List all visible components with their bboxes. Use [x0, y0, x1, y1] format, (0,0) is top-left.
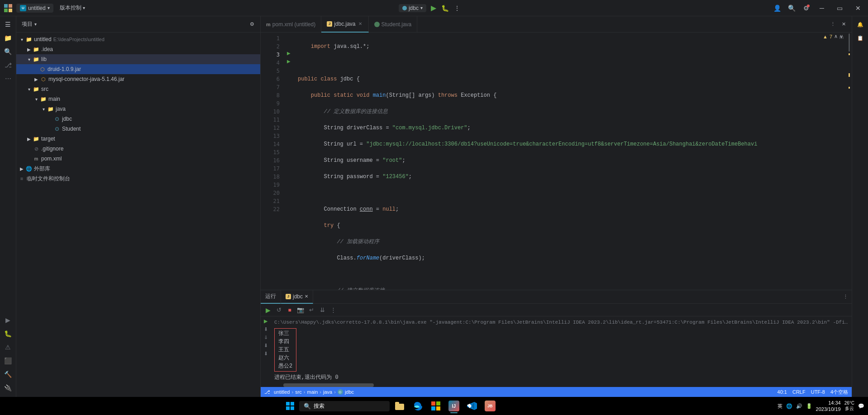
tabs-more-button[interactable]: ⋮: [828, 20, 837, 29]
debug-button[interactable]: 🐛: [441, 4, 450, 13]
taskbar-app-folder[interactable]: [391, 398, 408, 414]
run-more-options[interactable]: ⋮: [329, 306, 338, 315]
run-config-selector[interactable]: jdbc ▾: [399, 4, 426, 12]
tree-item-untitled[interactable]: ▾ 📁 untitled E:\IdeaProjects\untitled: [16, 34, 260, 44]
code-line-10: [294, 189, 846, 197]
bottom-panel-more[interactable]: ⋮: [843, 292, 852, 302]
sidebar-icon-build[interactable]: 🔨: [2, 368, 14, 381]
breadcrumb-src[interactable]: src: [295, 389, 302, 395]
taskbar-app-vscode[interactable]: [464, 398, 480, 414]
search-icon[interactable]: 🔍: [787, 4, 796, 13]
tree-item-java[interactable]: ▾ 📁 java: [16, 104, 260, 114]
scroll-bar-main[interactable]: [846, 33, 852, 290]
tree-item-druid[interactable]: ⬡ druid-1.0.9.jar: [16, 64, 260, 74]
pom-icon: m: [33, 155, 40, 162]
run-button[interactable]: ▶: [429, 4, 438, 13]
svg-rect-7: [291, 406, 294, 410]
bottom-scroll-thumb[interactable]: [283, 383, 374, 387]
project-tab[interactable]: U untitled ▾: [16, 4, 53, 13]
tree-item-pom[interactable]: m pom.xml: [16, 154, 260, 164]
tabs-close-all-button[interactable]: ✕: [839, 20, 848, 29]
run-restart-button[interactable]: ▶: [263, 306, 272, 315]
taskbar-time[interactable]: 14:34 2023/10/19: [816, 400, 841, 412]
tab-pom[interactable]: m pom.xml (untitled): [261, 16, 321, 33]
taskbar-notification-icon[interactable]: 💬: [858, 403, 864, 409]
tree-label-src: src: [41, 86, 48, 92]
run-output-yugong: 愚公2: [278, 362, 292, 370]
right-sidebar-icon-1[interactable]: 🔔: [854, 18, 867, 31]
tree-item-student-class[interactable]: ⊙ Student: [16, 124, 260, 134]
tree-item-gitignore[interactable]: ⊘ .gitignore: [16, 144, 260, 154]
sidebar-icon-run[interactable]: ▶: [2, 314, 14, 326]
tree-item-idea[interactable]: ▶ 📁 .idea: [16, 44, 260, 54]
project-panel: 项目 ▾ ⚙ ▾ 📁 untitled E:\IdeaProjects\unti…: [16, 16, 261, 397]
run-scroll-end[interactable]: ⇊: [318, 306, 327, 315]
taskbar-app-jetbrains[interactable]: JB: [482, 398, 498, 414]
tab-run[interactable]: 运行: [261, 290, 281, 304]
account-icon[interactable]: 👤: [773, 4, 782, 13]
status-position[interactable]: 40:1: [777, 389, 787, 395]
warning-bar[interactable]: ▲ 7 ∧ ∨: [821, 33, 845, 40]
tree-item-lib[interactable]: ▾ 📁 lib: [16, 54, 260, 64]
sidebar-icon-search[interactable]: 🔍: [2, 45, 14, 58]
maximize-button[interactable]: ▭: [833, 4, 846, 13]
run-screenshot-button[interactable]: 📷: [296, 306, 305, 315]
run-tab-close[interactable]: ✕: [305, 294, 308, 299]
breadcrumb-main[interactable]: main: [307, 389, 318, 395]
debug-line-11: [283, 114, 294, 122]
run-output-icon4[interactable]: ⬇: [262, 342, 269, 349]
tab-jdbc-close[interactable]: ✕: [358, 21, 363, 27]
taskbar-search[interactable]: 🔍 搜索: [299, 401, 390, 411]
tree-item-target[interactable]: ▶ 📁 target: [16, 134, 260, 144]
run-toggle-softrap[interactable]: ↵: [307, 306, 316, 315]
line-num-18: 18: [262, 173, 280, 181]
panel-dropdown-icon[interactable]: ▾: [34, 22, 37, 27]
tab-student[interactable]: Student.java: [369, 16, 418, 33]
tree-item-scratch[interactable]: ≡ 临时文件和控制台: [16, 174, 260, 184]
sidebar-icon-terminal[interactable]: ⬛: [2, 354, 14, 367]
run-rerun-button[interactable]: ↺: [274, 306, 283, 315]
tree-item-jdbc-class[interactable]: ⊙ jdbc: [16, 114, 260, 124]
chevron-down-icon[interactable]: ▾: [48, 5, 50, 10]
sidebar-icon-git[interactable]: ⎇: [2, 59, 14, 71]
sidebar-icon-menu[interactable]: ☰: [2, 18, 14, 31]
tab-jdbc[interactable]: J jdbc.java ✕: [321, 16, 368, 33]
taskbar-windows-button[interactable]: [283, 399, 297, 413]
right-sidebar-icon-2[interactable]: 📋: [854, 32, 867, 44]
run-output-play-icon[interactable]: ▶: [262, 317, 269, 325]
more-button[interactable]: ⋮: [453, 4, 462, 13]
sidebar-icon-problems[interactable]: ⚠: [2, 341, 14, 354]
taskbar-app-intellij[interactable]: IJ: [446, 398, 462, 414]
tree-item-main[interactable]: ▾ 📁 main: [16, 94, 260, 104]
vcs-button[interactable]: 版本控制 ▾: [57, 3, 88, 13]
panel-settings-icon[interactable]: ⚙: [248, 20, 257, 29]
code-area[interactable]: import java.sql.*; public class jdbc { p…: [294, 33, 846, 290]
minimize-button[interactable]: ─: [816, 4, 828, 13]
external-libs-icon: 🌐: [25, 165, 33, 172]
close-button[interactable]: ✕: [852, 4, 864, 13]
tab-jdbc-run[interactable]: J jdbc ✕: [281, 290, 313, 304]
sidebar-icon-project[interactable]: 📁: [2, 32, 14, 44]
taskbar-app-store[interactable]: [428, 398, 444, 414]
breadcrumb-jdbc[interactable]: jdbc: [345, 389, 354, 395]
tree-item-src[interactable]: ▾ 📁 src: [16, 84, 260, 94]
tree-item-mysql-connector[interactable]: ▶ ⬡ mysql-connector-java-5.1.46.jar: [16, 74, 260, 84]
tree-item-external-libs[interactable]: ▶ 🌐 外部库: [16, 164, 260, 174]
settings-icon[interactable]: ⚙: [801, 4, 811, 13]
sidebar-icon-more[interactable]: ⋯: [2, 72, 14, 85]
status-indent[interactable]: 4个空格: [830, 389, 848, 396]
taskbar-app-edge[interactable]: [410, 398, 426, 414]
sidebar-icon-plugins[interactable]: 🔌: [2, 382, 14, 394]
sidebar-icon-debug[interactable]: 🐛: [2, 327, 14, 340]
status-line-ending[interactable]: CRLF: [792, 389, 806, 395]
breadcrumb-untitled[interactable]: untitled: [274, 389, 290, 395]
bottom-panel-scrollbar[interactable]: [261, 383, 852, 387]
run-output-scroll-icon[interactable]: ⇓: [262, 334, 269, 341]
run-output-icon5[interactable]: ⬇: [262, 350, 269, 357]
run-stop-button[interactable]: ■: [285, 306, 294, 315]
breadcrumb-java[interactable]: java: [323, 389, 332, 395]
status-encoding[interactable]: UTF-8: [811, 389, 825, 395]
tree-arrow-lib: ▾: [25, 57, 33, 62]
run-filter-icon[interactable]: ⬇: [262, 325, 269, 333]
taskbar-lang[interactable]: 英: [777, 403, 782, 410]
